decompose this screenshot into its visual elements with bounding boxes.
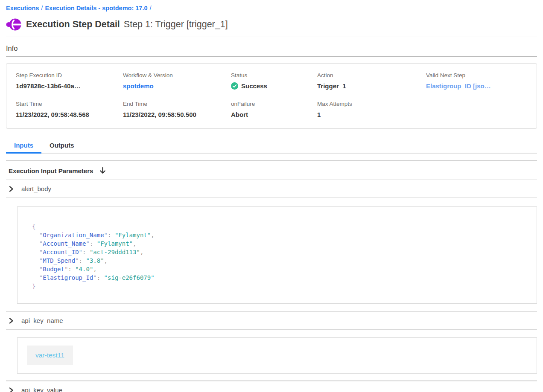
field-value: 11/23/2022, 09:58:48.568 (16, 111, 123, 118)
tab-outputs[interactable]: Outputs (41, 139, 82, 153)
section-row-alert-body[interactable]: alert_body (6, 180, 537, 198)
json-code: { "Organization_Name": "Fylamynt", "Acco… (32, 222, 522, 290)
execution-input-parameters-header: Execution Input Parameters (6, 161, 537, 180)
field-label: Action (317, 72, 426, 78)
status-badge: Success (241, 82, 267, 90)
alert-body-code-card: { "Organization_Name": "Fylamynt", "Acco… (17, 206, 537, 304)
page: Executions/Execution Details - spotdemo:… (0, 0, 543, 392)
field-empty (426, 101, 527, 118)
section-row-api-key-name[interactable]: api_key_name (6, 311, 537, 330)
field-label: Max Attempts (317, 101, 426, 107)
field-onfailure: onFailure Abort (231, 101, 317, 118)
info-divider (6, 56, 537, 57)
tab-inputs[interactable]: Inputs (6, 139, 41, 153)
info-card: Step Execution ID 1d97828c-13b6-40a… Wor… (6, 63, 537, 129)
field-workflow-version: Workflow & Version spotdemo (123, 72, 231, 90)
field-value: Trigger_1 (317, 82, 426, 90)
chevron-right-icon (9, 387, 14, 392)
field-value: 1 (317, 111, 426, 118)
field-label: Status (231, 72, 317, 78)
arrow-down-icon[interactable] (99, 167, 106, 174)
api-key-name-card: var-test11 (17, 337, 537, 374)
page-header: Execution Step Detail Step 1: Trigger [t… (6, 18, 537, 31)
page-subtitle: Step 1: Trigger [trigger_1] (124, 19, 228, 30)
breadcrumb-executions[interactable]: Executions (6, 5, 39, 12)
field-label: Valid Next Step (426, 72, 527, 78)
field-value: Abort (231, 111, 317, 118)
field-value: 1d97828c-13b6-40a… (16, 82, 123, 90)
fylamynt-logo-icon (6, 18, 21, 31)
field-status: Status Success (231, 72, 317, 90)
field-label: End Time (123, 101, 231, 107)
success-check-icon (231, 82, 238, 90)
field-start-time: Start Time 11/23/2022, 09:58:48.568 (16, 101, 123, 118)
breadcrumb-execution-details[interactable]: Execution Details - spotdemo: 17.0 (45, 5, 147, 12)
chevron-right-icon (9, 186, 14, 192)
section-row-label: api_key_name (21, 317, 63, 324)
page-title: Execution Step Detail (26, 19, 120, 30)
api-key-name-value: var-test11 (27, 346, 73, 365)
field-action: Action Trigger_1 (317, 72, 426, 90)
header-divider (6, 37, 537, 37)
valid-next-step-link[interactable]: Elastigroup_ID [jso… (426, 82, 527, 90)
workflow-link[interactable]: spotdemo (123, 82, 231, 90)
section-row-label: api_key_value (21, 386, 62, 392)
field-max-attempts: Max Attempts 1 (317, 101, 426, 118)
info-section-title: Info (6, 44, 537, 52)
status-value: Success (231, 82, 317, 90)
section-row-api-key-value[interactable]: api_key_value (6, 380, 537, 392)
field-step-execution-id: Step Execution ID 1d97828c-13b6-40a… (16, 72, 123, 90)
breadcrumb-separator: / (39, 5, 45, 12)
breadcrumb: Executions/Execution Details - spotdemo:… (6, 0, 537, 12)
field-label: Start Time (16, 101, 123, 107)
tab-bar: Inputs Outputs (6, 139, 537, 154)
field-label: Step Execution ID (16, 72, 123, 78)
chevron-right-icon (9, 318, 14, 324)
section-row-label: alert_body (21, 185, 51, 192)
field-end-time: End Time 11/23/2022, 09:58:50.500 (123, 101, 231, 118)
breadcrumb-separator: / (148, 5, 154, 12)
field-label: Workflow & Version (123, 72, 231, 78)
field-valid-next-step: Valid Next Step Elastigroup_ID [jso… (426, 72, 527, 90)
field-label: onFailure (231, 101, 317, 107)
params-header-label: Execution Input Parameters (9, 167, 93, 174)
field-value: 11/23/2022, 09:58:50.500 (123, 111, 231, 118)
